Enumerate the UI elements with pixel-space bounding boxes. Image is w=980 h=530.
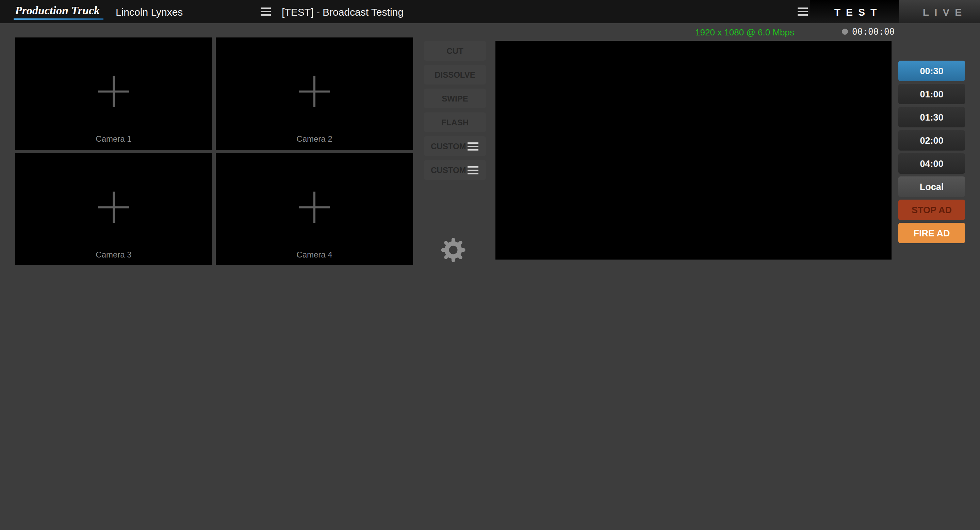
camera-tile-4[interactable]: Camera 4 <box>216 153 413 265</box>
app-logo: Production Truck <box>15 4 100 18</box>
settings-gear-button[interactable] <box>438 235 468 265</box>
add-source-icon <box>299 76 330 107</box>
camera-label: Camera 2 <box>216 134 413 144</box>
transition-flash-button[interactable]: FLASH <box>424 112 486 132</box>
logo-underline <box>14 18 103 20</box>
duration-button-0130[interactable]: 01:30 <box>898 107 965 128</box>
custom-label: CUSTOM <box>431 165 466 175</box>
tab-live[interactable]: LIVE <box>899 0 980 23</box>
camera-tile-1[interactable]: Camera 1 <box>15 37 212 150</box>
transition-custom-button-1[interactable]: CUSTOM <box>424 136 486 156</box>
top-bar: Production Truck Lincoln Lynxes [TEST] -… <box>0 0 980 23</box>
record-indicator-icon <box>842 29 848 35</box>
camera-label: Camera 4 <box>216 250 413 260</box>
camera-tile-2[interactable]: Camera 2 <box>216 37 413 150</box>
duration-button-local[interactable]: Local <box>898 176 965 197</box>
tab-test[interactable]: TEST <box>810 0 901 23</box>
custom-menu-icon[interactable] <box>468 169 479 171</box>
team-name: Lincoln Lynxes <box>116 6 183 18</box>
camera-label: Camera 3 <box>15 250 212 260</box>
transition-cut-button[interactable]: CUT <box>424 41 486 61</box>
add-source-icon <box>98 76 129 107</box>
custom-label: CUSTOM <box>431 141 466 151</box>
camera-tile-3[interactable]: Camera 3 <box>15 153 212 265</box>
custom-menu-icon[interactable] <box>468 145 479 147</box>
duration-button-0400[interactable]: 04:00 <box>898 153 965 174</box>
gear-icon <box>438 235 468 265</box>
stop-ad-button[interactable]: STOP AD <box>898 200 965 220</box>
transition-dissolve-button[interactable]: DISSOLVE <box>424 65 486 85</box>
camera-label: Camera 1 <box>15 134 212 144</box>
program-monitor <box>495 41 891 260</box>
duration-button-0200[interactable]: 02:00 <box>898 130 965 150</box>
add-source-icon <box>299 192 330 223</box>
team-menu-icon[interactable] <box>261 11 271 12</box>
duration-button-0100[interactable]: 01:00 <box>898 84 965 104</box>
production-truck-app: Production Truck Lincoln Lynxes [TEST] -… <box>0 0 980 265</box>
add-source-icon <box>98 192 129 223</box>
duration-button-0030[interactable]: 00:30 <box>898 61 965 81</box>
fire-ad-button[interactable]: FIRE AD <box>898 223 965 243</box>
broadcast-menu-icon[interactable] <box>798 11 808 12</box>
timecode: 00:00:00 <box>852 27 894 37</box>
transition-custom-button-2[interactable]: CUSTOM <box>424 160 486 180</box>
transition-swipe-button[interactable]: SWIPE <box>424 89 486 108</box>
camera-grid: Camera 1 Camera 2 Camera 3 Camera 4 <box>15 37 413 265</box>
stream-info: 1920 x 1080 @ 6.0 Mbps <box>695 27 794 37</box>
broadcast-title: [TEST] - Broadcast Testing <box>282 6 404 18</box>
